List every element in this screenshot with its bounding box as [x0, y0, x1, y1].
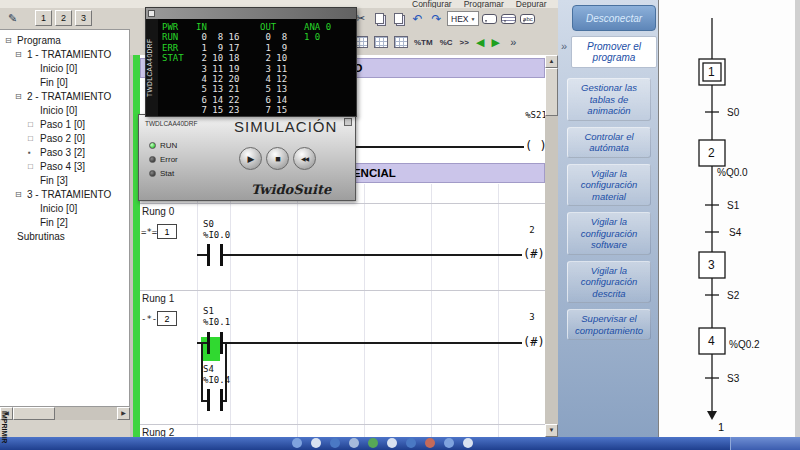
redo-icon[interactable]: ↷: [428, 10, 445, 27]
rung0-step-box[interactable]: 1: [157, 224, 177, 239]
menu-item[interactable]: Configurar: [412, 0, 452, 8]
comment-lines-icon[interactable]: [500, 10, 517, 27]
imprimir-tab[interactable]: IMPRIMIR: [1, 411, 8, 443]
sim-stop-button[interactable]: ■: [266, 147, 289, 170]
copy-icon[interactable]: [371, 10, 388, 27]
hex-dropdown[interactable]: HEX▼: [447, 11, 479, 26]
shift-tool-button[interactable]: >>: [458, 38, 471, 47]
contact-bar[interactable]: [207, 244, 210, 266]
run-led-row: RUN: [149, 141, 177, 150]
list-view-icon[interactable]: [392, 34, 409, 51]
promote-program-button[interactable]: Promover el programa: [571, 36, 657, 68]
scroll-thumb[interactable]: [545, 68, 558, 116]
ladder-view-icon[interactable]: [372, 34, 389, 51]
window-icon: [148, 10, 155, 17]
taskbar-icons: [292, 438, 473, 448]
rung1-label[interactable]: Rung 1: [142, 293, 174, 304]
menu-item[interactable]: Programar: [464, 0, 504, 8]
tree-item[interactable]: Subrutinas: [0, 229, 129, 243]
tree-item[interactable]: □ Paso 4 [3]: [0, 159, 129, 173]
scroll-track[interactable]: [13, 407, 117, 420]
edit-pencil-icon[interactable]: ✎: [4, 10, 21, 27]
scroll-right-icon[interactable]: ▶: [117, 407, 130, 420]
scroll-thumb[interactable]: [13, 407, 55, 420]
tree-item[interactable]: ⊟ 1 - TRATAMIENTO: [0, 47, 129, 61]
contact-bar[interactable]: [207, 332, 210, 354]
rung1-coil[interactable]: (#): [522, 335, 546, 349]
tree-item[interactable]: Inicio [0]: [0, 61, 129, 75]
paste-icon[interactable]: [390, 10, 407, 27]
taskbar-icon[interactable]: [311, 438, 321, 448]
disconnect-button[interactable]: Desconectar: [572, 5, 656, 31]
view-mode-button[interactable]: 3: [75, 10, 92, 26]
simulation-window[interactable]: TWDLCAA40DRF SIMULACIÓN RUN Error Stat ▶…: [138, 114, 356, 201]
tree-item-marker-icon[interactable]: ⊟: [15, 190, 27, 199]
tree-item[interactable]: Fin [2]: [0, 215, 129, 229]
io-monitor-titlebar[interactable]: [146, 8, 356, 19]
view-mode-button[interactable]: 1: [35, 10, 52, 26]
more-tools-icon[interactable]: »: [505, 34, 522, 51]
timer-tool-button[interactable]: %TM: [412, 38, 435, 47]
io-monitor-row: 3 11 19 3 11: [162, 64, 331, 74]
debug-option-button[interactable]: Vigilar la configuración software: [567, 212, 651, 255]
comment-icon[interactable]: [481, 10, 498, 27]
tree-item[interactable]: □ Paso 2 [0]: [0, 131, 129, 145]
tree-item-marker-icon[interactable]: □: [28, 134, 40, 143]
rung0-label[interactable]: Rung 0: [142, 206, 174, 217]
debug-option-button[interactable]: Supervisar el comportamiento: [567, 309, 651, 340]
tree-item-marker-icon[interactable]: □: [28, 162, 40, 171]
counter-tool-button[interactable]: %C: [438, 38, 455, 47]
menu-item[interactable]: Depurar: [516, 0, 547, 8]
scroll-down-icon[interactable]: ▼: [545, 424, 558, 437]
next-rung-icon[interactable]: ▶: [489, 36, 501, 49]
taskbar[interactable]: [0, 437, 800, 450]
tree-h-scrollbar[interactable]: ◀ ▶: [0, 407, 130, 420]
tree-item[interactable]: ⊟ 2 - TRATAMIENTO: [0, 89, 129, 103]
taskbar-icon[interactable]: [444, 438, 454, 448]
io-in-values: 5 13 21: [196, 84, 260, 94]
toolbar-row2: %TM %C >> ◀ ▶ »: [352, 31, 558, 53]
debug-option-button[interactable]: Vigilar la configuración descrita: [567, 261, 651, 304]
sim-rewind-button[interactable]: ◀◀: [293, 147, 316, 170]
taskbar-icon[interactable]: [330, 438, 340, 448]
taskbar-icon[interactable]: [463, 438, 473, 448]
taskbar-icon[interactable]: [368, 438, 378, 448]
tree-item[interactable]: Inicio [0]: [0, 103, 129, 117]
tree-item-marker-icon[interactable]: ⊟: [15, 92, 27, 101]
taskbar-icon[interactable]: [349, 438, 359, 448]
grafcet-scrollbar[interactable]: [795, 0, 800, 437]
view-mode-button[interactable]: 2: [55, 10, 72, 26]
panel-chevron-icon[interactable]: »: [561, 40, 567, 52]
tree-item-marker-icon[interactable]: ⊟: [15, 50, 27, 59]
sim-play-button[interactable]: ▶: [239, 147, 262, 170]
rung1-step-box[interactable]: 2: [157, 311, 177, 326]
undo-icon[interactable]: ↶: [409, 10, 426, 27]
tree-item[interactable]: Inicio [0]: [0, 201, 129, 215]
tree-item[interactable]: Fin [3]: [0, 173, 129, 187]
tree-item[interactable]: Fin [0]: [0, 75, 129, 89]
close-icon[interactable]: [344, 118, 352, 126]
tree-item-marker-icon[interactable]: ▪: [28, 148, 40, 157]
tree-item-marker-icon[interactable]: □: [28, 120, 40, 129]
scroll-up-icon[interactable]: ▲: [545, 55, 558, 68]
debug-option-button[interactable]: Gestionar las tablas de animación: [567, 78, 651, 121]
io-monitor-window[interactable]: TWDLCAA40DRF PWRINOUTANA 0 RUN 0 8 16 0 …: [145, 7, 357, 117]
tree-item-marker-icon[interactable]: ⊟: [5, 36, 17, 45]
taskbar-icon[interactable]: [406, 438, 416, 448]
tree-item[interactable]: ⊟ 3 - TRATAMIENTO: [0, 187, 129, 201]
ladder-v-scrollbar[interactable]: ▲ ▼: [545, 55, 558, 437]
taskbar-icon[interactable]: [387, 438, 397, 448]
rung2-label[interactable]: Rung 2: [142, 427, 174, 437]
tree-item-label: Inicio [0]: [40, 63, 77, 74]
abc-check-icon[interactable]: abc: [519, 10, 536, 27]
debug-option-button[interactable]: Controlar el autómata: [567, 127, 651, 158]
contact-bar[interactable]: [207, 389, 210, 411]
debug-option-button[interactable]: Vigilar la configuración material: [567, 164, 651, 207]
tree-item[interactable]: □ Paso 1 [0]: [0, 117, 129, 131]
tree-item[interactable]: ⊟ Programa: [0, 33, 129, 47]
rung0-coil[interactable]: (#): [522, 247, 546, 261]
tree-item[interactable]: ▪ Paso 3 [2]: [0, 145, 129, 159]
taskbar-icon[interactable]: [292, 438, 302, 448]
prev-rung-icon[interactable]: ◀: [474, 36, 486, 49]
taskbar-icon[interactable]: [425, 438, 435, 448]
